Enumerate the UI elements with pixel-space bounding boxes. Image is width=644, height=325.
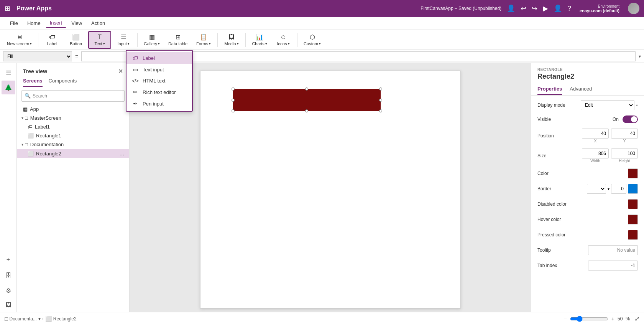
pressed-color-label: Pressed color <box>537 232 572 238</box>
media-button[interactable]: 🖼 Media ▾ <box>220 31 243 49</box>
sidebar-icon-data[interactable]: 🗄 <box>2 269 15 283</box>
color-swatch[interactable] <box>628 168 638 178</box>
tab-screens[interactable]: Screens <box>23 78 43 87</box>
app-name: Power Apps <box>16 5 52 12</box>
dd-item-text-input[interactable]: ▭ Text input <box>127 64 192 75</box>
redo-icon[interactable]: ↪ <box>532 4 537 13</box>
formula-property-select[interactable]: Fill Color X Y <box>3 51 72 61</box>
menu-view[interactable]: View <box>67 19 86 28</box>
size-width-input[interactable] <box>582 148 609 158</box>
handle-ml[interactable] <box>232 99 235 102</box>
zoom-in-button[interactable]: + <box>611 316 614 322</box>
gallery-button[interactable]: ▦ Gallery ▾ <box>140 31 164 49</box>
documentation-label: Documentation <box>30 142 64 147</box>
menu-home[interactable]: Home <box>23 19 44 28</box>
position-y-input[interactable] <box>611 129 638 139</box>
custom-button[interactable]: ⬡ Custom ▾ <box>300 31 325 49</box>
position-x-input[interactable] <box>582 129 609 139</box>
handle-bl[interactable] <box>232 109 235 112</box>
charts-button[interactable]: 📊 Charts ▾ <box>248 31 271 49</box>
sidebar-icon-media[interactable]: 🖼 <box>2 298 15 312</box>
tab-index-input[interactable] <box>588 261 638 271</box>
canvas-rectangle[interactable] <box>233 89 381 111</box>
handle-tr[interactable] <box>379 87 382 91</box>
datatable-label: Data table <box>168 41 187 46</box>
border-label: Border <box>537 186 572 191</box>
handle-bc[interactable] <box>305 109 308 112</box>
dd-item-label[interactable]: 🏷 Label <box>127 52 192 64</box>
datatable-icon: ⊞ <box>176 33 181 41</box>
right-panel: RECTANGLE Rectangle2 Properties Advanced… <box>531 63 644 312</box>
menu-action[interactable]: Action <box>87 19 109 28</box>
tree-item-documentation[interactable]: ▾ □ Documentation <box>17 140 129 149</box>
label-icon: 🏷 <box>49 34 55 41</box>
breadcrumb-screen[interactable]: Documenta... <box>9 316 36 322</box>
formula-chevron-down[interactable]: ▾ <box>639 54 641 59</box>
visible-toggle[interactable] <box>623 115 638 123</box>
forms-button[interactable]: 📋 Forms ▾ <box>192 31 215 49</box>
fit-screen-button[interactable]: ⤢ <box>634 315 639 322</box>
zoom-slider[interactable] <box>570 316 608 322</box>
sidebar-icon-menu[interactable]: ☰ <box>2 66 15 80</box>
handle-tl[interactable] <box>232 87 235 91</box>
sidebar-icon-tree[interactable]: 🌲 <box>2 81 15 94</box>
icons-button[interactable]: ☺ Icons ▾ <box>272 31 295 49</box>
tooltip-input[interactable] <box>588 245 638 255</box>
border-style-select[interactable]: — - - ... <box>587 184 606 194</box>
breadcrumb-dropdown-icon[interactable]: ▾ <box>38 316 41 322</box>
tree-item-label1[interactable]: 🏷 Label1 <box>17 122 129 131</box>
forms-label: Forms ▾ <box>196 41 211 46</box>
rectangle2-ellipsis[interactable]: … <box>119 150 125 157</box>
datatable-button[interactable]: ⊞ Data table <box>164 31 191 49</box>
left-sidebar-icons: ☰ 🌲 + 🗄 ⚙ 🖼 <box>0 63 17 312</box>
hover-color-swatch[interactable] <box>628 214 638 224</box>
undo-icon[interactable]: ↩ <box>521 4 526 13</box>
border-color-swatch[interactable] <box>628 184 638 194</box>
tab-components[interactable]: Components <box>49 78 77 87</box>
text-button[interactable]: T Text ▾ <box>88 31 111 49</box>
new-screen-button[interactable]: 🖥 New screen ▾ <box>3 31 36 49</box>
search-input[interactable] <box>21 90 125 102</box>
pressed-color-swatch[interactable] <box>628 230 638 240</box>
dd-item-html-text[interactable]: </> HTML text <box>127 75 192 86</box>
sidebar-icon-variables[interactable]: ⚙ <box>2 284 15 297</box>
handle-mr[interactable] <box>379 99 382 102</box>
share-icon[interactable]: 👤 <box>507 4 515 13</box>
media-icon: 🖼 <box>228 34 235 41</box>
display-mode-select[interactable]: Edit View Disabled <box>581 100 634 110</box>
tree-item-rectangle2[interactable]: ⬜ Rectangle2 … <box>17 149 129 158</box>
size-height-label: Height <box>619 159 630 163</box>
size-height-input[interactable] <box>611 148 638 158</box>
dd-pen-input-text: Pen input <box>143 101 164 107</box>
menu-file[interactable]: File <box>6 19 22 28</box>
handle-tc[interactable] <box>305 87 308 91</box>
dd-item-rich-text-editor[interactable]: ✏ Rich text editor <box>127 86 192 98</box>
zoom-out-button[interactable]: − <box>564 316 567 322</box>
rightpanel-section-label: RECTANGLE <box>531 63 644 73</box>
help-icon[interactable]: ? <box>567 5 571 13</box>
color-label: Color <box>537 171 572 176</box>
border-width-input[interactable] <box>611 184 626 194</box>
menu-insert[interactable]: Insert <box>46 18 66 28</box>
tree-item-app[interactable]: ▦ App <box>17 105 129 114</box>
tree-item-rectangle1[interactable]: ⬜ Rectangle1 <box>17 131 129 140</box>
input-button[interactable]: ☰ Input ▾ <box>112 31 135 49</box>
treepanel-close-button[interactable]: ✕ <box>118 68 123 75</box>
tooltip-label: Tooltip <box>537 247 572 253</box>
handle-br[interactable] <box>379 109 382 112</box>
button-button[interactable]: ⬜ Button <box>64 31 87 49</box>
disabled-color-swatch[interactable] <box>628 199 638 209</box>
account-icon[interactable]: 👤 <box>554 4 562 13</box>
grid-icon[interactable]: ⊞ <box>5 4 10 13</box>
label-button[interactable]: 🏷 Label <box>41 31 64 49</box>
breadcrumb-element-icon: ⬜ <box>45 316 52 322</box>
rp-tab-properties[interactable]: Properties <box>537 84 562 95</box>
dd-item-pen-input[interactable]: ✒ Pen input <box>127 98 192 109</box>
sidebar-icon-plus[interactable]: + <box>2 253 15 267</box>
play-icon[interactable]: ▶ <box>543 4 548 13</box>
tree-item-masterscreen[interactable]: ▾ □ MasterScreen <box>17 114 129 122</box>
avatar[interactable] <box>628 3 639 14</box>
breadcrumb-element[interactable]: Rectangle2 <box>53 316 77 322</box>
position-y-label: Y <box>623 139 626 143</box>
rp-tab-advanced[interactable]: Advanced <box>570 84 592 95</box>
